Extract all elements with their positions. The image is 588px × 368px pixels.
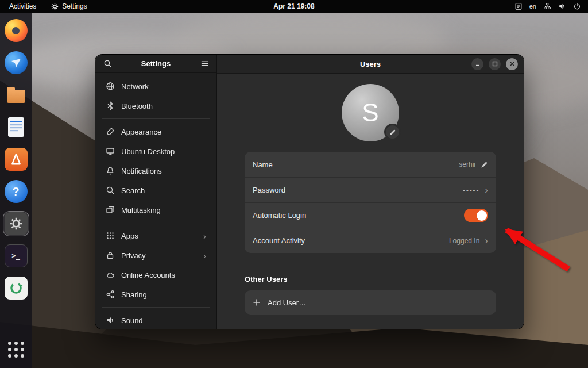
sidebar-divider xyxy=(102,118,210,119)
sidebar-item-label: Notifications xyxy=(121,167,162,175)
dock-item-ubuntu-software[interactable] xyxy=(3,147,29,172)
password-row[interactable]: Password ••••• xyxy=(245,177,496,202)
add-user-button[interactable]: Add User… xyxy=(245,290,496,315)
sidebar-item-label: Apps xyxy=(121,232,138,240)
sidebar-item-label: Network xyxy=(121,82,149,91)
row-label: Password xyxy=(253,186,285,194)
focused-app-menu[interactable]: Settings xyxy=(48,1,90,12)
sidebar-item-label: Sharing xyxy=(121,290,147,299)
top-bar: Activities Settings Apr 21 19:08 en xyxy=(0,0,588,13)
activities-button[interactable]: Activities xyxy=(6,1,40,12)
terminal-icon xyxy=(5,244,28,267)
sidebar-item-multitasking[interactable]: Multitasking xyxy=(101,200,211,220)
sidebar-title: Settings xyxy=(115,59,197,68)
settings-sidebar: Settings Network xyxy=(95,55,217,329)
page-title: Users xyxy=(360,60,381,68)
other-users-heading: Other Users xyxy=(245,275,496,283)
power-icon[interactable] xyxy=(573,2,581,10)
firefox-icon xyxy=(5,19,28,42)
sidebar-item-apps[interactable]: Apps xyxy=(101,226,211,246)
sidebar-item-label: Ubuntu Desktop xyxy=(121,147,175,156)
users-content: S Name serhii Passwor xyxy=(217,74,524,329)
sidebar-item-sharing[interactable]: Sharing xyxy=(101,285,211,304)
pencil-icon xyxy=(481,161,488,168)
globe-icon xyxy=(106,82,115,91)
sidebar-item-ubuntu-desktop[interactable]: Ubuntu Desktop xyxy=(101,141,211,161)
sidebar-item-notifications[interactable]: Notifications xyxy=(101,161,211,181)
sidebar-item-search[interactable]: Search xyxy=(101,181,211,200)
dock-item-terminal[interactable] xyxy=(3,243,29,269)
sidebar-item-label: Online Accounts xyxy=(121,271,175,279)
row-label: Name xyxy=(253,160,273,169)
clipboard-icon[interactable] xyxy=(514,2,523,10)
lock-icon xyxy=(106,251,115,260)
chevron-right-icon xyxy=(485,236,488,246)
sidebar-item-appearance[interactable]: Appearance xyxy=(101,122,211,141)
row-label: Automatic Login xyxy=(253,211,306,220)
password-dots: ••••• xyxy=(463,187,479,194)
sidebar-item-label: Search xyxy=(121,186,145,195)
share-icon xyxy=(106,290,115,299)
dock-item-libreoffice-writer[interactable] xyxy=(3,114,29,140)
dock-item-files[interactable] xyxy=(3,82,29,108)
dock-item-firefox[interactable] xyxy=(3,18,29,43)
bluetooth-icon xyxy=(106,101,115,110)
clock-button[interactable]: Apr 21 19:08 xyxy=(269,1,319,12)
network-icon[interactable] xyxy=(543,2,551,10)
automatic-login-toggle[interactable] xyxy=(464,209,488,222)
close-button[interactable] xyxy=(506,58,518,70)
sidebar-item-privacy[interactable]: Privacy xyxy=(101,246,211,265)
minimize-button[interactable] xyxy=(471,58,483,70)
plus-icon xyxy=(253,298,261,306)
hamburger-menu-button[interactable] xyxy=(197,56,212,71)
edit-avatar-button[interactable] xyxy=(384,124,401,140)
settings-gear-icon xyxy=(5,212,28,235)
show-applications-button[interactable] xyxy=(3,337,29,362)
sidebar-item-label: Privacy xyxy=(121,251,146,260)
apps-grid-icon xyxy=(106,231,115,240)
window-controls xyxy=(471,55,518,73)
sidebar-item-bluetooth[interactable]: Bluetooth xyxy=(101,96,211,116)
volume-icon[interactable] xyxy=(558,2,566,10)
keyboard-layout-indicator[interactable]: en xyxy=(529,3,536,10)
chevron-right-icon xyxy=(485,185,488,195)
sidebar-divider xyxy=(102,223,210,223)
chevron-right-icon xyxy=(203,232,206,240)
sidebar-item-label: Multitasking xyxy=(121,206,161,214)
brush-icon xyxy=(106,127,115,136)
files-folder-icon xyxy=(5,83,28,106)
dock-item-settings[interactable] xyxy=(3,211,29,236)
dock xyxy=(0,13,32,368)
magnifier-icon xyxy=(106,186,115,195)
automatic-login-row[interactable]: Automatic Login xyxy=(245,202,496,228)
avatar-initial: S xyxy=(362,98,378,127)
show-applications-grid-icon xyxy=(8,342,24,358)
focused-app-label: Settings xyxy=(62,2,87,10)
software-updater-icon xyxy=(5,277,28,300)
sidebar-header: Settings xyxy=(95,55,216,73)
dock-item-software-updater[interactable] xyxy=(3,275,29,301)
dock-item-thunderbird[interactable] xyxy=(3,50,29,75)
sidebar-list: Network Bluetooth Appearance xyxy=(95,73,216,329)
account-activity-value: Logged In xyxy=(449,237,479,245)
account-activity-row[interactable]: Account Activity Logged In xyxy=(245,228,496,253)
add-user-label: Add User… xyxy=(268,298,306,307)
name-row[interactable]: Name serhii xyxy=(245,152,496,177)
help-icon xyxy=(5,180,28,203)
row-label: Account Activity xyxy=(253,236,305,245)
sidebar-item-label: Appearance xyxy=(121,128,161,136)
sidebar-item-label: Bluetooth xyxy=(121,102,153,110)
sidebar-item-network[interactable]: Network xyxy=(101,76,211,96)
search-button[interactable] xyxy=(100,56,115,71)
cloud-icon xyxy=(106,270,115,279)
pencil-icon xyxy=(389,129,396,136)
monitor-icon xyxy=(106,147,115,156)
maximize-button[interactable] xyxy=(489,58,501,70)
dock-item-help[interactable] xyxy=(3,179,29,204)
users-header: Users xyxy=(217,55,524,74)
desktop: Activities Settings Apr 21 19:08 en xyxy=(0,0,588,368)
sidebar-item-sound[interactable]: Sound xyxy=(101,310,211,329)
users-panel: Users S xyxy=(217,55,524,329)
sidebar-item-online-accounts[interactable]: Online Accounts xyxy=(101,265,211,285)
libreoffice-writer-icon xyxy=(5,116,28,139)
